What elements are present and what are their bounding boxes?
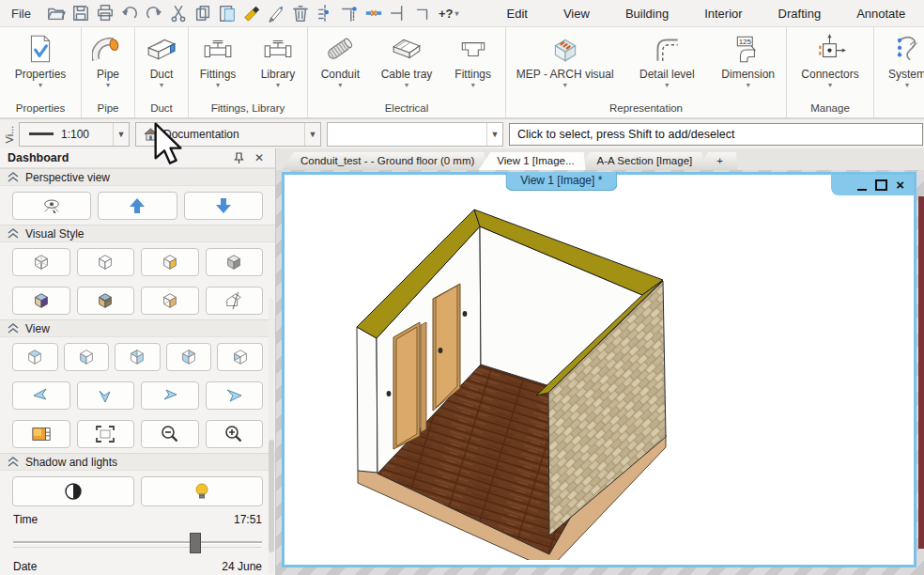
time-slider-track[interactable] — [13, 541, 262, 544]
section-visual-style[interactable]: Visual Style — [0, 225, 275, 242]
scale-dropdown[interactable]: 1:100 ▼ — [19, 122, 130, 147]
view-front-button[interactable] — [64, 343, 110, 371]
undo-icon[interactable] — [117, 2, 142, 24]
view-right-button[interactable] — [217, 343, 263, 371]
ribbon-button-fittings[interactable]: Fittings ▾ — [189, 29, 247, 89]
ribbon-button-conduit[interactable]: Conduit ▾ — [308, 29, 373, 89]
snap-offset-icon[interactable] — [337, 2, 362, 24]
ribbon-button-system[interactable]: System ▾ — [874, 29, 924, 89]
menu-view[interactable]: View — [546, 7, 608, 21]
style-shaded-button[interactable] — [141, 248, 199, 276]
status-prompt: Click to select, press Shift to add/dese… — [509, 123, 923, 146]
perspective-down-button[interactable] — [184, 192, 263, 220]
3d-canvas[interactable] — [285, 175, 914, 565]
format-painter-icon[interactable] — [239, 2, 264, 24]
rotate-up-button[interactable] — [141, 381, 199, 410]
menu-interior[interactable]: Interior — [686, 7, 760, 21]
menu-edit[interactable]: Edit — [489, 7, 546, 21]
ribbon-button-fittings-electrical[interactable]: Fittings ▾ — [440, 29, 505, 89]
close-icon[interactable]: ✕ — [251, 151, 268, 164]
ribbon-group-label: Representation — [506, 100, 786, 117]
ribbon-button-label: MEP - ARCH visual — [516, 69, 614, 81]
zoom-in-button[interactable] — [206, 420, 264, 448]
minimize-button[interactable] — [857, 180, 867, 191]
menu-drafting[interactable]: Drafting — [761, 7, 839, 21]
snap-break-icon[interactable] — [362, 2, 386, 24]
paste-icon[interactable] — [215, 2, 239, 24]
maximize-button[interactable] — [875, 179, 887, 191]
section-view[interactable]: View — [0, 319, 275, 337]
search-combo[interactable]: ▼ — [327, 122, 503, 147]
properties-icon — [24, 29, 56, 69]
ribbon-group-label: Fittings, Library — [189, 100, 307, 117]
style-textured-button[interactable] — [77, 287, 135, 315]
dashboard-scrollbar[interactable] — [269, 299, 274, 573]
style-hidden-line-button[interactable] — [77, 248, 135, 276]
dashboard-scrollbar-thumb[interactable] — [269, 440, 274, 552]
corner-icon[interactable] — [410, 2, 435, 24]
perspective-edit-button[interactable] — [12, 192, 91, 220]
zoom-out-button[interactable] — [141, 420, 199, 448]
toolbar-vertical-label: Vi... — [4, 125, 15, 144]
tab-view-1[interactable]: View 1 [Image... — [478, 152, 585, 170]
layer-dropdown[interactable]: Documentation ▼ — [135, 122, 321, 147]
time-slider[interactable] — [13, 532, 262, 550]
section-shadow-lights[interactable]: Shadow and lights — [0, 453, 275, 471]
render-image-button[interactable] — [12, 420, 70, 448]
time-slider-thumb[interactable] — [190, 533, 201, 553]
style-section-axo-button[interactable] — [206, 287, 264, 315]
ribbon-button-duct[interactable]: Duct ▾ — [135, 29, 188, 89]
tab-ground-floor[interactable]: Conduit_test - - Ground floor (0 mm) — [282, 152, 485, 170]
shadow-toggle-button[interactable] — [12, 476, 134, 506]
close-window-button[interactable]: × — [896, 179, 904, 192]
pin-icon[interactable] — [234, 152, 251, 164]
file-menu[interactable]: File — [0, 7, 44, 21]
ribbon-button-connectors[interactable]: Connectors ▾ — [787, 29, 873, 89]
section-perspective-view[interactable]: Perspective view — [0, 168, 275, 186]
perspective-up-button[interactable] — [98, 192, 177, 220]
ribbon-button-dimension[interactable]: 125 Dimension ▾ — [710, 29, 786, 89]
line-sample-icon — [29, 132, 54, 135]
copy-icon[interactable] — [191, 2, 215, 24]
redo-icon[interactable] — [142, 2, 166, 24]
snap-trim-icon[interactable] — [386, 2, 410, 24]
status-text: Click to select, press Shift to add/dese… — [517, 128, 734, 141]
chevron-down-icon: ▾ — [905, 81, 909, 89]
save-icon[interactable] — [69, 2, 93, 24]
ribbon-button-pipe[interactable]: Pipe ▾ — [82, 29, 134, 89]
cut-icon[interactable] — [166, 2, 191, 24]
rotate-down-button[interactable] — [77, 381, 135, 410]
door-1-side-frame — [421, 322, 426, 432]
rotate-left-button[interactable] — [12, 381, 70, 410]
open-icon[interactable] — [44, 2, 69, 24]
add-query-button[interactable]: +?▾ — [435, 7, 463, 21]
ribbon-button-cable-tray[interactable]: Cable tray ▾ — [375, 29, 439, 89]
fit-to-screen-button[interactable] — [77, 420, 135, 448]
snap-node-icon[interactable] — [313, 2, 337, 24]
tab-section[interactable]: A-A Section [Image] — [578, 152, 704, 170]
rotate-right-button[interactable] — [206, 381, 264, 410]
style-colored-button[interactable] — [12, 287, 70, 315]
ribbon-button-library[interactable]: Library ▾ — [249, 29, 307, 89]
menu-annotate[interactable]: Annotate — [839, 7, 923, 21]
style-gray-shaded-button[interactable] — [206, 248, 264, 276]
pipe-icon — [92, 29, 124, 69]
ribbon-button-mep-arch-visual[interactable]: MEP - ARCH visual ▾ — [506, 29, 624, 89]
print-icon[interactable] — [93, 2, 117, 24]
ribbon-button-properties[interactable]: Properties ▾ — [0, 29, 81, 89]
chevron-down-icon: ▾ — [106, 81, 110, 89]
tab-add[interactable]: + — [696, 152, 738, 170]
delete-icon[interactable] — [288, 2, 313, 24]
style-wireframe-button[interactable] — [12, 248, 70, 276]
lights-toggle-button[interactable] — [141, 476, 263, 506]
menu-building[interactable]: Building — [608, 7, 686, 21]
view-top-button[interactable] — [12, 343, 58, 371]
ribbon-button-detail-level[interactable]: Detail level ▾ — [625, 29, 708, 89]
pen-icon[interactable] — [264, 2, 288, 24]
view-back-button[interactable] — [115, 343, 161, 371]
section-title: Perspective view — [25, 171, 110, 184]
view-left-button[interactable] — [166, 343, 212, 371]
style-xray-button[interactable] — [141, 287, 199, 315]
dashboard-panel: Dashboard ✕ Perspective view Visual Styl… — [0, 148, 276, 575]
view-window-title[interactable]: View 1 [Image] * — [505, 172, 617, 191]
